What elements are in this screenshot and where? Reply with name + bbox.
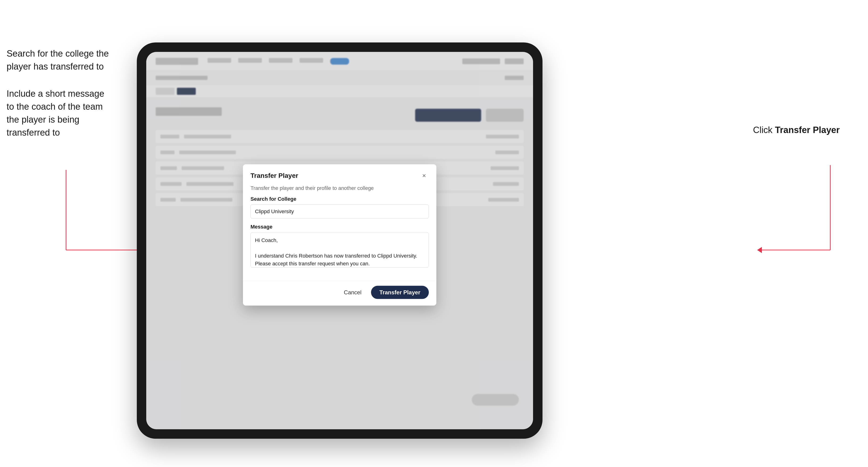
cancel-button[interactable]: Cancel [339, 286, 366, 299]
annotation-right: Click Transfer Player [753, 125, 840, 135]
modal-overlay: Transfer Player × Transfer the player an… [146, 52, 533, 429]
annotation-left: Search for the college the player has tr… [7, 47, 109, 154]
modal-title: Transfer Player [250, 172, 298, 180]
transfer-player-button[interactable]: Transfer Player [371, 286, 429, 299]
transfer-player-modal: Transfer Player × Transfer the player an… [243, 164, 436, 306]
message-label: Message [250, 224, 429, 230]
svg-marker-5 [757, 247, 762, 253]
modal-header: Transfer Player × [243, 164, 436, 185]
left-arrow [47, 170, 142, 269]
college-label: Search for College [250, 196, 429, 202]
modal-body: Transfer the player and their profile to… [243, 185, 436, 281]
tablet-frame: Transfer Player × Transfer the player an… [137, 42, 542, 439]
message-textarea[interactable]: Hi Coach, I understand Chris Robertson h… [250, 232, 429, 268]
college-search-input[interactable] [250, 205, 429, 219]
modal-footer: Cancel Transfer Player [243, 281, 436, 306]
right-arrow [755, 165, 849, 269]
modal-description: Transfer the player and their profile to… [250, 185, 429, 191]
tablet-screen: Transfer Player × Transfer the player an… [146, 52, 533, 429]
modal-close-button[interactable]: × [420, 171, 429, 181]
